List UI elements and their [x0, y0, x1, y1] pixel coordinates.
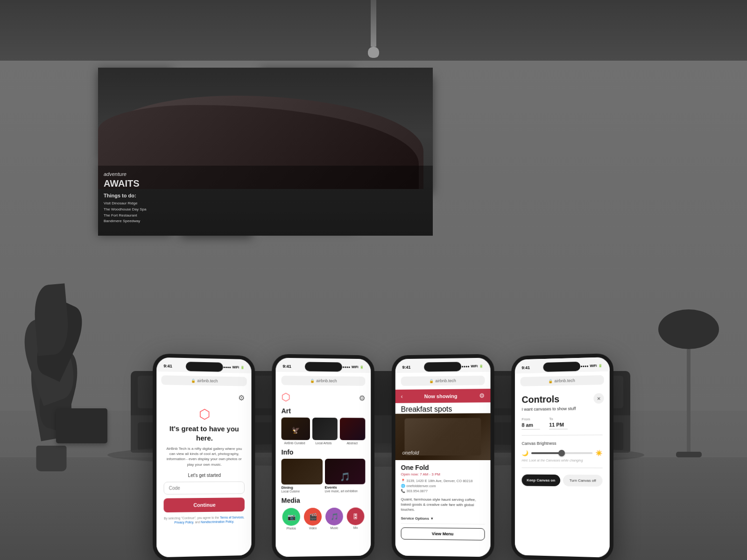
phone3-address-bar: 🔒 airbnb.tech [401, 376, 485, 386]
phone2-photos-btn[interactable]: 📷 Photos [282, 508, 300, 530]
phone2-art-local-label: Local Artists [310, 441, 337, 445]
canvases-container: Have a Great Day! Scan this QR code for … [98, 68, 433, 236]
phone1-settings-icon[interactable]: ⚙ [238, 393, 245, 402]
phone4-from-group: From 8 am [521, 417, 540, 430]
phone2-art-local[interactable] [312, 418, 338, 440]
phone-3[interactable]: 9:41 ●●●● WiFi 🔋 🔒 airbnb.tech ‹ Now sho… [391, 354, 494, 560]
phone3-content: 🔒 airbnb.tech ‹ Now showing ⚙ Breakfast … [395, 372, 490, 557]
phone4-url: airbnb.tech [554, 378, 575, 383]
phone2-art-curated[interactable]: 🦅 [281, 417, 310, 440]
phone2-events-sub: Live music, art exhibition [324, 490, 365, 493]
phone2-photos-label: Photos [282, 526, 300, 530]
phone3-view-menu-button[interactable]: View Menu [401, 527, 485, 540]
phone4-content: 🔒 airbnb.tech ✕ Controls I want canvases… [514, 371, 609, 558]
phone3-place-desc: Quaint, farmhouse-style haunt serving co… [401, 497, 485, 513]
phone-2[interactable]: 9:41 ●●●● WiFi 🔋 🔒 airbnb.tech ⬡ ⚙ [272, 354, 374, 560]
phone2-time: 9:41 [282, 364, 291, 368]
phone3-place-hours: Open now: 7 AM - 3 PM [401, 472, 485, 476]
phone1-body: AirBnb Tech is a nifty digital gallery w… [163, 446, 244, 467]
canvas3-adventure: adventure [261, 171, 354, 177]
canvas3-item3: The Fort Restaurant [261, 213, 354, 219]
phone2-art-section-label: Art [281, 407, 365, 415]
phone1-continue-button[interactable]: Continue [163, 497, 244, 512]
canvas3-item4: Bandimere Speedway [261, 218, 354, 224]
phone3-location-icon: 📍 [401, 479, 405, 483]
phone3-time: 9:41 [402, 364, 410, 369]
phone3-phone-icon: 📞 [401, 489, 405, 493]
phone4-to-group: To 11 PM [549, 417, 568, 429]
phone2-address-bar: 🔒 airbnb.tech [281, 376, 365, 386]
canvas3-item2: The Woodhouse Day Spa [261, 207, 354, 213]
phone4-to-value[interactable]: 11 PM [549, 422, 568, 429]
phone2-dining[interactable]: Dining Local Cuisine [281, 459, 322, 493]
phone3-place-address: 📍 3139, 1420 E 18th Ave, Denver, CO 8021… [401, 479, 485, 483]
phone2-logo: ⬡ [281, 391, 290, 403]
phone1-heading: It's great to have you here. [163, 424, 244, 442]
phone4-subtitle: I want canvases to show stuff [521, 406, 602, 412]
phone3-place-name: One Fold [401, 464, 485, 471]
phone4-keep-on-button[interactable]: Keep Canvas on [521, 475, 560, 486]
phone3-place-image: onefold [395, 413, 490, 460]
phone2-dining-sub: Local Cuisine [281, 490, 322, 493]
phone4-from-value[interactable]: 8 am [521, 422, 540, 429]
phone2-video-btn[interactable]: 🎬 Video [303, 508, 321, 530]
phone1-footer: By selecting "Continue", you agree to th… [163, 515, 244, 525]
phones-container: 9:41 ●●●● WiFi 🔋 🔒 airbnb.tech ⚙ [47, 355, 719, 560]
phone4-turn-off-button[interactable]: Turn Canvas off [563, 475, 602, 487]
phone4-to-label: To [549, 417, 568, 421]
phone2-art-abstract[interactable] [340, 418, 365, 440]
phone1-cta: Let's get started [188, 473, 221, 478]
phone1-code-input[interactable] [163, 481, 244, 494]
phone2-mix-label: Mix [346, 526, 364, 529]
phone2-mix-btn[interactable]: 🎛 Mix [346, 507, 364, 529]
light-fixture [368, 0, 379, 58]
phone3-category-label: Breakfast spots [395, 402, 490, 413]
phone3-place-website: 🌐 onefolddenver.com [401, 484, 485, 489]
phone3-service-options[interactable]: Service Options ▾ [401, 516, 485, 525]
phone4-status-bar: 9:41 ●●●● WiFi 🔋 [514, 357, 609, 373]
canvas3-item1: Visit Dinosaur Ridge [261, 201, 354, 207]
phone1-continue-label: Continue [193, 502, 215, 508]
phone4-time: 9:41 [521, 365, 530, 370]
phone2-status-bar: 9:41 ●●●● WiFi 🔋 [275, 358, 371, 373]
phone1-address-bar: 🔒 airbnb.tech [161, 375, 247, 386]
phone4-title: Controls [521, 393, 602, 405]
phone3-now-showing-label: Now showing [424, 393, 457, 399]
phone3-chevron-down-icon: ▾ [430, 516, 432, 520]
phone1-content: 🔒 airbnb.tech ⚙ ⬡ It's great to have you… [156, 371, 251, 557]
canvas-frame-3: adventure AWAITS Things to do: Visit Din… [261, 68, 354, 229]
phone2-art-abstract-label: Abstract [339, 441, 365, 445]
phone2-content: 🔒 airbnb.tech ⬡ ⚙ Art 🦅 [275, 372, 371, 557]
phone3-status-bar: 9:41 ●●●● WiFi 🔋 [395, 358, 490, 373]
phone3-back-icon[interactable]: ‹ [401, 393, 402, 399]
phone2-dining-label: Dining [281, 485, 322, 490]
phone-1[interactable]: 9:41 ●●●● WiFi 🔋 🔒 airbnb.tech ⚙ [153, 353, 255, 560]
phone2-music-label: Music [325, 526, 343, 530]
phone1-time: 9:41 [163, 364, 172, 368]
phone4-address-bar: 🔒 airbnb.tech [520, 375, 604, 386]
phone4-sun-icon: ☀️ [595, 450, 602, 456]
phone4-from-label: From [521, 417, 540, 421]
phone2-info-section-label: Info [281, 448, 365, 456]
phone-4[interactable]: 9:41 ●●●● WiFi 🔋 🔒 airbnb.tech ✕ Control… [511, 353, 613, 560]
phone1-logo: ⬡ [199, 406, 210, 422]
phone2-url: airbnb.tech [316, 378, 337, 383]
phone4-hint: Hint: Look at the Canvases while changin… [521, 459, 602, 462]
phone2-settings-icon[interactable]: ⚙ [359, 393, 365, 402]
phone2-music-btn[interactable]: 🎵 Music [325, 508, 343, 530]
phone4-close-button[interactable]: ✕ [593, 393, 604, 404]
phone2-events[interactable]: 🎵 Events Live music, art exhibition [324, 459, 365, 493]
phone3-now-showing-bar: ‹ Now showing ⚙ [395, 389, 490, 403]
phone3-place-phone: 📞 303.954.0877 [401, 489, 485, 494]
phone3-url: airbnb.tech [435, 378, 456, 383]
phone3-settings-icon[interactable]: ⚙ [479, 392, 485, 399]
canvas3-subtitle: Things to do: [261, 193, 354, 198]
phone2-video-label: Video [303, 526, 321, 530]
phone2-media-section-label: Media [281, 497, 365, 504]
canvas3-awaits: AWAITS [261, 178, 354, 189]
phone2-art-curated-label: AirBnb Curated [281, 441, 308, 445]
phone4-brightness-label: Canvas Brightness [521, 441, 602, 446]
phone3-web-icon: 🌐 [401, 484, 405, 488]
phone4-brightness-slider[interactable] [531, 449, 592, 457]
phone2-events-label: Events [324, 485, 365, 490]
